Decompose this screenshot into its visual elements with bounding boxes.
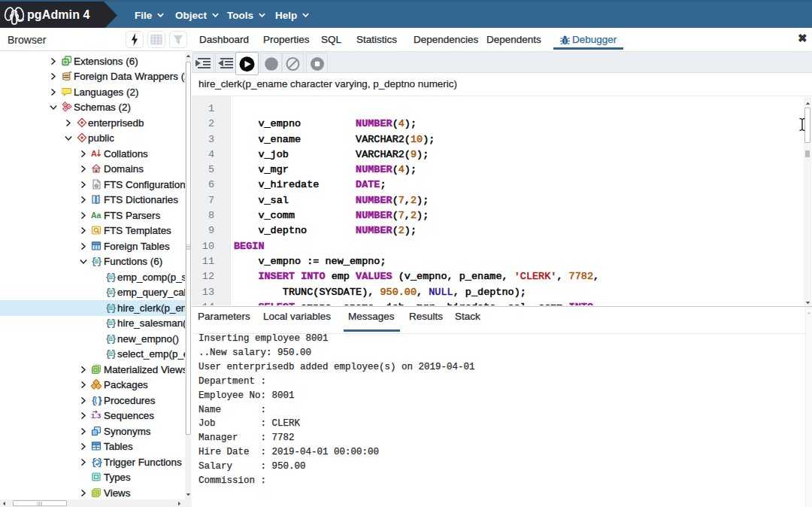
- svg-text:(): (): [94, 397, 102, 405]
- svg-text:A: A: [91, 149, 97, 158]
- svg-text:Aa: Aa: [91, 211, 102, 220]
- svg-text:}: }: [98, 457, 103, 467]
- svg-text:{: {: [91, 457, 96, 467]
